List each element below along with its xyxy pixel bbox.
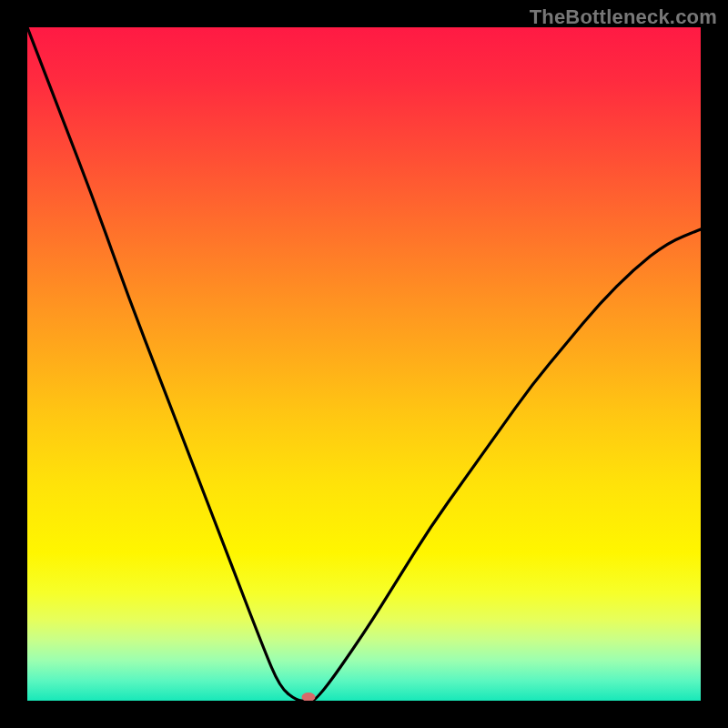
- bottleneck-curve: [27, 27, 701, 701]
- chart-frame: TheBottleneck.com: [0, 0, 728, 728]
- plot-area: [27, 27, 701, 701]
- valley-marker-icon: [302, 693, 316, 701]
- watermark-label: TheBottleneck.com: [530, 5, 717, 29]
